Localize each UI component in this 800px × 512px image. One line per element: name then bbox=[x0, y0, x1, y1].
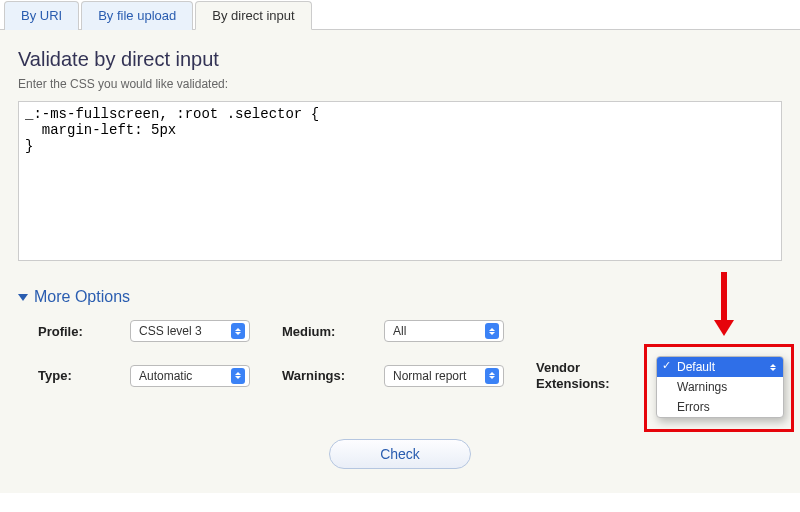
type-label: Type: bbox=[38, 368, 118, 383]
triangle-down-icon bbox=[18, 294, 28, 301]
tab-by-file-upload[interactable]: By file upload bbox=[81, 1, 193, 30]
vendor-option-errors[interactable]: Errors bbox=[657, 397, 783, 417]
medium-select[interactable]: All bbox=[384, 320, 504, 342]
type-select[interactable]: Automatic bbox=[130, 365, 250, 387]
tabs-bar: By URI By file upload By direct input bbox=[0, 0, 800, 30]
more-options-toggle[interactable]: More Options bbox=[18, 288, 782, 306]
warnings-select[interactable]: Normal report bbox=[384, 365, 504, 387]
select-caret-icon bbox=[231, 368, 245, 384]
tab-by-direct-input[interactable]: By direct input bbox=[195, 1, 311, 30]
vendor-option-warnings[interactable]: Warnings bbox=[657, 377, 783, 397]
more-options-label: More Options bbox=[34, 288, 130, 306]
type-value: Automatic bbox=[139, 369, 192, 383]
tab-by-uri[interactable]: By URI bbox=[4, 1, 79, 30]
vendor-extensions-label: Vendor Extensions: bbox=[536, 360, 636, 391]
select-caret-icon bbox=[767, 360, 779, 374]
select-caret-icon bbox=[231, 323, 245, 339]
panel-heading: Validate by direct input bbox=[18, 48, 782, 71]
validate-panel: Validate by direct input Enter the CSS y… bbox=[0, 30, 800, 493]
profile-value: CSS level 3 bbox=[139, 324, 202, 338]
css-textarea[interactable] bbox=[18, 101, 782, 261]
vendor-option-default[interactable]: Default bbox=[657, 357, 783, 377]
vendor-extensions-dropdown[interactable]: Default Warnings Errors bbox=[656, 356, 784, 418]
medium-value: All bbox=[393, 324, 406, 338]
select-caret-icon bbox=[485, 368, 499, 384]
panel-subtext: Enter the CSS you would like validated: bbox=[18, 77, 782, 91]
select-caret-icon bbox=[485, 323, 499, 339]
warnings-label: Warnings: bbox=[282, 368, 372, 383]
profile-select[interactable]: CSS level 3 bbox=[130, 320, 250, 342]
check-button[interactable]: Check bbox=[329, 439, 471, 469]
medium-label: Medium: bbox=[282, 324, 372, 339]
profile-label: Profile: bbox=[38, 324, 118, 339]
warnings-value: Normal report bbox=[393, 369, 466, 383]
